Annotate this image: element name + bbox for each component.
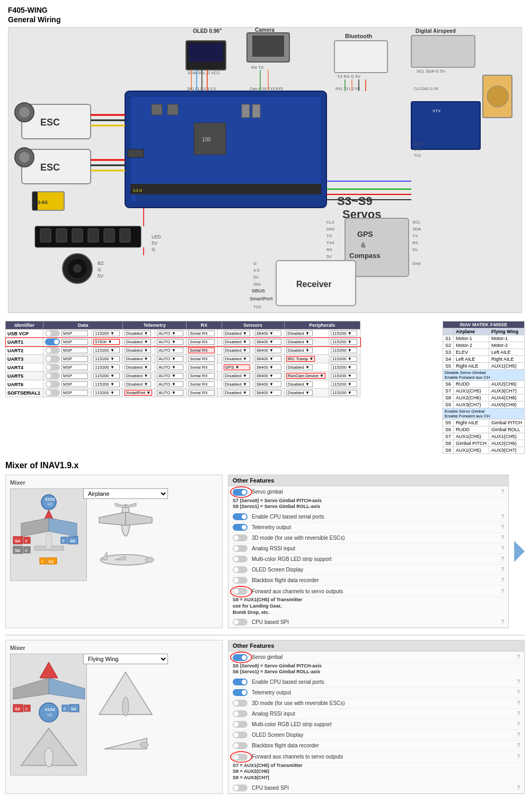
sensor-speed-uart4[interactable]: 38400 ▼ [255, 364, 281, 370]
help-icon-cpu-spi[interactable]: ? [501, 619, 504, 625]
rx-uart1[interactable]: Serial RX [188, 339, 215, 345]
data-speed-uart1[interactable]: 57600 ▼ [93, 339, 120, 345]
periph-speed-uart5[interactable]: 115200 ▼ [331, 373, 357, 379]
toggle-cpu-spi-fw[interactable] [233, 784, 248, 791]
periph-speed-soft1[interactable]: 115200 ▼ [331, 390, 357, 396]
toggle-blackbox-airplane[interactable] [233, 577, 248, 584]
toggle-uart6[interactable] [45, 381, 60, 388]
toggle-blackbox-fw[interactable] [233, 742, 248, 749]
telem-uart5[interactable]: Disabled ▼ [125, 373, 151, 379]
data-type-uart3[interactable]: MSP [61, 356, 88, 362]
help-icon-telemetry-fw[interactable]: ? [517, 690, 520, 695]
data-type-uart1[interactable]: MSP [61, 339, 88, 345]
toggle-telemetry-fw[interactable] [233, 689, 248, 696]
help-icon-blackbox[interactable]: ? [501, 577, 504, 583]
data-speed-uart2[interactable]: 115200 ▼ [93, 347, 120, 353]
rx-uart2[interactable]: Serial RX [188, 347, 215, 353]
periph-uart5[interactable]: RunCam Device ▼ [286, 373, 325, 379]
telem-uart3[interactable]: Disabled ▼ [125, 356, 151, 362]
data-type-uart4[interactable]: MSP [61, 364, 88, 370]
toggle-uart1[interactable] [45, 338, 60, 345]
help-icon-cpu-serial[interactable]: ? [501, 514, 504, 520]
sensor-speed-uart6[interactable]: 38400 ▼ [255, 381, 281, 387]
toggle-uart2[interactable] [45, 347, 60, 354]
toggle-oled-airplane[interactable] [233, 566, 248, 573]
help-icon-rgb-fw[interactable]: ? [517, 721, 520, 727]
rx-soft1[interactable]: Serial RX [188, 390, 215, 396]
toggle-soft1[interactable] [45, 389, 60, 396]
toggle-rgb-fw[interactable] [233, 721, 248, 728]
periph-uart3[interactable]: IRC Tramp ▼ [286, 356, 315, 362]
telem-mode-uart4[interactable]: AUTO ▼ [157, 364, 183, 370]
telem-mode-usb[interactable]: AUTO ▼ [157, 331, 183, 336]
periph-speed-uart6[interactable]: 115200 ▼ [331, 381, 357, 387]
data-speed-uart5[interactable]: 115200 ▼ [93, 373, 120, 379]
help-icon-rgb[interactable]: ? [501, 556, 504, 562]
telem-soft1[interactable]: SmartPort ▼ [125, 390, 152, 396]
help-icon-oled[interactable]: ? [501, 567, 504, 573]
data-type-usb[interactable]: MSP [61, 331, 88, 336]
toggle-cpu-serial-airplane[interactable] [233, 513, 248, 520]
telem-usb[interactable]: Disabled ▼ [125, 331, 151, 336]
sensor-uart2[interactable]: Disabled ▼ [224, 347, 250, 353]
toggle-uart3[interactable] [45, 355, 60, 362]
data-type-uart5[interactable]: MSP [61, 373, 88, 379]
telem-mode-soft1[interactable]: AUTO ▼ [157, 390, 183, 396]
help-icon-servo-gimbal-fw[interactable]: ? [517, 654, 520, 660]
telem-mode-uart3[interactable]: AUTO ▼ [157, 356, 183, 362]
periph-speed-uart3[interactable]: 115200 ▼ [331, 356, 357, 362]
sensor-speed-uart1[interactable]: 38400 ▼ [255, 339, 281, 345]
data-speed-soft1[interactable]: 115200 ▼ [93, 390, 120, 396]
sensor-speed-uart3[interactable]: 38400 ▼ [255, 356, 281, 362]
data-speed-uart4[interactable]: 115200 ▼ [93, 364, 120, 370]
rx-uart4[interactable]: Serial RX [188, 364, 215, 370]
help-icon-3d-fw[interactable]: ? [517, 700, 520, 706]
help-icon-rssi[interactable]: ? [501, 546, 504, 551]
telem-mode-uart5[interactable]: AUTO ▼ [157, 373, 183, 379]
sensor-uart4[interactable]: GPS ▼ [224, 364, 250, 370]
toggle-usb[interactable] [45, 330, 60, 337]
help-icon-3d[interactable]: ? [501, 535, 504, 541]
data-type-uart2[interactable]: MSP [61, 347, 88, 353]
telem-mode-uart1[interactable]: AUTO ▼ [157, 339, 183, 345]
periph-uart2[interactable]: Disabled ▼ [286, 347, 313, 353]
telem-uart4[interactable]: Disabled ▼ [125, 364, 151, 370]
toggle-oled-fw[interactable] [233, 731, 248, 738]
sensor-uart5[interactable]: Disabled ▼ [224, 373, 250, 379]
help-icon-cpu-serial-fw[interactable]: ? [517, 679, 520, 685]
rx-uart3[interactable]: Serial RX [188, 356, 215, 362]
sensor-usb[interactable]: Disabled ▼ [224, 331, 250, 336]
help-icon-forward-aux-fw[interactable]: ? [517, 754, 520, 760]
periph-speed-uart1[interactable]: 115200 ▼ [331, 339, 357, 345]
periph-speed-uart4[interactable]: 115200 ▼ [331, 364, 357, 370]
telem-uart2[interactable]: Disabled ▼ [125, 347, 151, 353]
help-icon-blackbox-fw[interactable]: ? [517, 743, 520, 748]
help-icon-rssi-fw[interactable]: ? [517, 711, 520, 717]
airplane-type-select[interactable]: Airplane Flying Wing [83, 488, 168, 499]
help-icon-oled-fw[interactable]: ? [517, 732, 520, 738]
periph-uart1[interactable]: Disabled ▼ [286, 339, 313, 345]
rx-uart5[interactable]: Serial RX [188, 373, 215, 379]
toggle-cpu-serial-fw[interactable] [233, 679, 248, 685]
data-speed-uart3[interactable]: 115200 ▼ [93, 356, 120, 362]
toggle-3d-fw[interactable] [233, 700, 248, 707]
toggle-rssi-airplane[interactable] [233, 545, 248, 552]
toggle-rgb-airplane[interactable] [233, 556, 248, 563]
rx-uart6[interactable]: Serial RX [188, 381, 215, 387]
toggle-uart5[interactable] [45, 372, 60, 379]
telem-mode-uart2[interactable]: AUTO ▼ [157, 347, 183, 353]
periph-speed-uart2[interactable]: 115200 ▼ [331, 347, 357, 353]
sensor-speed-usb[interactable]: 38400 ▼ [255, 331, 281, 336]
sensor-speed-uart2[interactable]: 38400 ▼ [255, 347, 281, 353]
periph-usb[interactable]: Disabled ▼ [286, 331, 313, 336]
help-icon-telemetry[interactable]: ? [501, 524, 504, 530]
sensor-uart1[interactable]: Disabled ▼ [224, 339, 250, 345]
toggle-uart4[interactable] [45, 364, 60, 371]
sensor-speed-soft1[interactable]: 38400 ▼ [255, 390, 281, 396]
periph-uart4[interactable]: Disabled ▼ [286, 364, 313, 370]
toggle-3d-airplane[interactable] [233, 534, 248, 541]
help-icon-cpu-spi-fw[interactable]: ? [517, 785, 520, 791]
periph-uart6[interactable]: Disabled ▼ [286, 381, 313, 387]
telem-uart1[interactable]: Disabled ▼ [125, 339, 151, 345]
sensor-uart3[interactable]: Disabled ▼ [224, 356, 250, 362]
